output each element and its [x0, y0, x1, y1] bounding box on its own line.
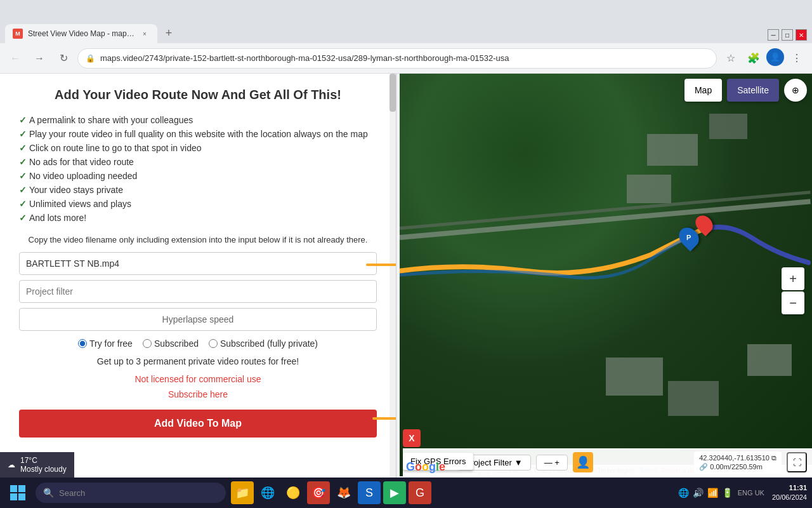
- date-display: 20/06/2024: [772, 493, 807, 502]
- x-button[interactable]: X: [403, 429, 421, 447]
- radio-subscribed[interactable]: Subscribed: [143, 338, 199, 349]
- start-button[interactable]: [5, 480, 30, 505]
- feature-item-1: A permalink to share with your colleague…: [19, 113, 377, 127]
- taskbar-search-icon: 🔍: [43, 488, 54, 498]
- time-display: 11:31: [772, 483, 807, 493]
- network-icon[interactable]: 🌐: [678, 488, 689, 498]
- address-bar[interactable]: 🔒 maps.video/2743/private-152-bartlett-s…: [77, 48, 717, 69]
- content-area: P Add Your Video Route Now And Get All O…: [0, 74, 812, 508]
- taskbar-app-chrome2[interactable]: G: [409, 481, 431, 504]
- feature-item-7: Unlimited views and plays: [19, 197, 377, 211]
- map-view-button[interactable]: Map: [684, 79, 722, 102]
- title-bar: [0, 0, 812, 20]
- system-tray-icons: 🌐 🔊 📶 🔋: [678, 488, 733, 498]
- coordinates-value: 42.320440,-71.613510 ⧉: [699, 454, 776, 462]
- taskbar-search[interactable]: 🔍 Search: [36, 483, 226, 503]
- arrow-annotation-2: [370, 411, 396, 429]
- reload-button[interactable]: ↻: [53, 48, 74, 69]
- lock-icon: 🔒: [86, 54, 95, 63]
- street-view-icon: 👤: [576, 455, 590, 469]
- map-view-controls: Map Satellite ⊕: [684, 79, 807, 102]
- radio-subscribed-private-label: Subscribed (fully private): [220, 338, 318, 349]
- radio-subscribed-label: Subscribed: [154, 338, 199, 349]
- arrow-annotation-1: [364, 257, 396, 275]
- my-location-button[interactable]: ⊕: [784, 79, 807, 102]
- volume-icon[interactable]: 🔊: [693, 488, 704, 498]
- hyperlapse-button[interactable]: Hyperlapse speed: [19, 308, 377, 331]
- taskbar-app-edge[interactable]: 🌐: [256, 481, 279, 504]
- radio-free-input[interactable]: [78, 339, 87, 348]
- maximize-button[interactable]: □: [782, 29, 793, 41]
- extensions-icon[interactable]: 🧩: [743, 48, 764, 69]
- filename-input-container: [19, 252, 377, 280]
- feature-list: A permalink to share with your colleague…: [19, 113, 377, 225]
- fullscreen-button[interactable]: ⛶: [787, 452, 807, 472]
- bookmark-icon[interactable]: ☆: [721, 48, 741, 69]
- radio-group: Try for free Subscribed Subscribed (full…: [19, 338, 377, 349]
- project-filter-chevron: ▼: [514, 458, 523, 467]
- feature-item-8: And lots more!: [19, 211, 377, 225]
- satellite-view-button[interactable]: Satellite: [727, 79, 779, 102]
- taskbar-right: 🌐 🔊 📶 🔋 ENG UK 11:31 20/06/2024: [678, 483, 807, 503]
- feature-item-5: No video uploading needed: [19, 169, 377, 183]
- scrollbar-track: [390, 74, 396, 508]
- forward-button[interactable]: →: [29, 48, 49, 69]
- zoom-out-button[interactable]: −: [782, 291, 804, 314]
- modal-panel: Add Your Video Route Now And Get All Of …: [0, 74, 396, 508]
- modal-scroll-content: Add Your Video Route Now And Get All Of …: [0, 74, 396, 457]
- back-button[interactable]: ←: [5, 48, 25, 69]
- distance-value: 🔗 0.00m/2250.59m: [699, 463, 776, 471]
- windows-icon: [10, 485, 25, 500]
- copy-coords-icon[interactable]: ⧉: [771, 454, 776, 462]
- wifi-icon[interactable]: 📶: [707, 488, 718, 498]
- taskbar-app-files[interactable]: 📁: [231, 481, 254, 504]
- feature-item-6: Your video stays private: [19, 183, 377, 197]
- instruction-text: Copy the video filename only including e…: [19, 235, 377, 244]
- minus-plus-label: — +: [544, 458, 560, 467]
- map-marker-p[interactable]: P: [680, 227, 698, 248]
- map-satellite-view: P: [400, 74, 812, 476]
- clock-area: ENG UK 11:31 20/06/2024: [738, 483, 807, 503]
- browser-tab[interactable]: M Street View Video Map - maps... ×: [5, 24, 157, 43]
- subscribe-link[interactable]: Subscribe here: [19, 389, 377, 399]
- taskbar-app-chrome[interactable]: 🟡: [282, 481, 304, 504]
- modal-title: Add Your Video Route Now And Get All Of …: [19, 86, 377, 103]
- scrollbar-thumb[interactable]: [390, 74, 396, 112]
- free-text: Get up to 3 permanent private video rout…: [19, 356, 377, 366]
- taskbar-app-2[interactable]: 🦊: [332, 481, 355, 504]
- taskbar-app-3[interactable]: S: [358, 481, 381, 504]
- taskbar-app-4[interactable]: ▶: [383, 481, 406, 504]
- radio-subscribed-private-input[interactable]: [209, 339, 218, 348]
- zoom-in-button[interactable]: +: [782, 267, 804, 290]
- coordinates-box: 42.320440,-71.613510 ⧉ 🔗 0.00m/2250.59m: [694, 451, 782, 474]
- profile-icon[interactable]: 👤: [766, 48, 784, 66]
- weather-condition: Mostly cloudy: [20, 465, 67, 474]
- menu-icon[interactable]: ⋮: [787, 48, 807, 69]
- clock[interactable]: 11:31 20/06/2024: [772, 483, 807, 503]
- radio-try-free[interactable]: Try for free: [78, 338, 133, 349]
- feature-item-4: No ads for that video route: [19, 155, 377, 169]
- project-filter-input[interactable]: [19, 280, 377, 303]
- close-window-button[interactable]: ✕: [796, 29, 807, 41]
- radio-subscribed-private[interactable]: Subscribed (fully private): [209, 338, 318, 349]
- minimize-button[interactable]: ─: [768, 29, 779, 41]
- filename-input[interactable]: [19, 252, 377, 275]
- map-marker-red[interactable]: [697, 215, 712, 234]
- battery-icon[interactable]: 🔋: [722, 488, 733, 498]
- weather-icon: ☁: [8, 460, 15, 469]
- tab-title: Street View Video Map - maps...: [28, 29, 134, 38]
- url-display: maps.video/2743/private-152-bartlett-st-…: [100, 53, 709, 63]
- minus-plus-button[interactable]: — +: [536, 455, 568, 471]
- add-video-button[interactable]: Add Video To Map: [19, 410, 377, 438]
- toolbar-icons: ☆ 🧩 👤 ⋮: [721, 48, 807, 69]
- radio-free-label: Try for free: [89, 338, 133, 349]
- street-view-button[interactable]: 👤: [573, 452, 593, 472]
- radio-subscribed-input[interactable]: [143, 339, 152, 348]
- tab-close-button[interactable]: ×: [140, 29, 150, 39]
- taskbar-app-1[interactable]: 🎯: [307, 481, 330, 504]
- distance-icon: 🔗: [699, 463, 708, 471]
- new-tab-button[interactable]: +: [160, 24, 178, 42]
- taskbar-apps: 📁 🌐 🟡 🎯 🦊 S ▶ G: [231, 481, 431, 504]
- not-licensed-link[interactable]: Not licensed for commercial use: [19, 374, 377, 384]
- weather-widget: ☁ 17°C Mostly cloudy: [0, 452, 74, 478]
